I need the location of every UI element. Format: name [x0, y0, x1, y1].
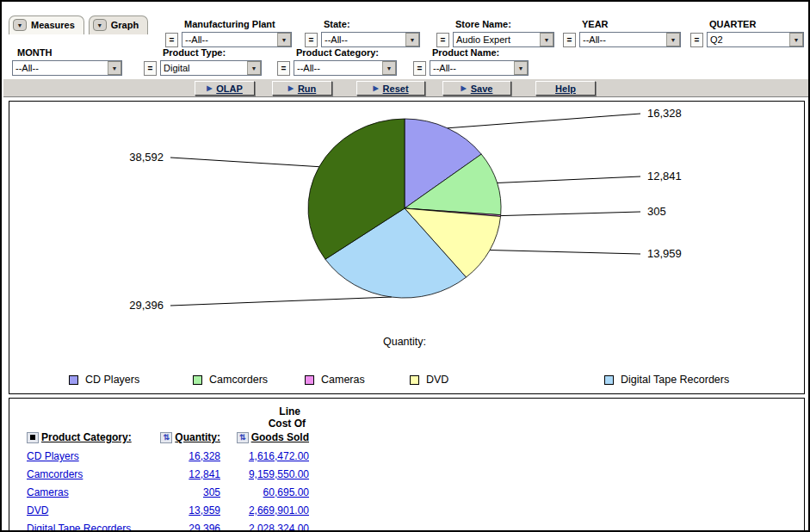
dropdown-arrow-button[interactable]: ▼: [382, 61, 396, 75]
sort-icon[interactable]: ⇅: [160, 432, 172, 443]
legend-item: Camcorders: [193, 374, 268, 386]
sort-icon[interactable]: ⇅: [237, 432, 249, 443]
pie-value-label: 29,396: [129, 299, 164, 312]
equals-operator-button[interactable]: =: [436, 33, 449, 47]
table-cell-link[interactable]: Digital Tape Recorders: [27, 523, 156, 532]
filter-label: Product Category:: [296, 47, 397, 58]
table-rows: CD Players16,3281,616,472.00Camcorders12…: [27, 450, 309, 532]
table-header-row: Product Category: ⇅ Quantity: ⇅ Goods So…: [27, 431, 309, 443]
legend-label: DVD: [426, 374, 448, 386]
filter-value-field[interactable]: Digital ▼: [160, 60, 262, 76]
dropdown-arrow-button[interactable]: ▼: [405, 33, 419, 46]
filter-label: Store Name:: [455, 19, 554, 29]
table-cell-link[interactable]: 13,959: [156, 504, 220, 523]
help-button[interactable]: Help: [535, 81, 596, 96]
table-cell-link[interactable]: 16,328: [156, 450, 220, 468]
filter-value-field[interactable]: --All-- ▼: [321, 32, 420, 47]
dropdown-arrow-button[interactable]: ▼: [789, 33, 803, 46]
column-select-icon[interactable]: [27, 432, 39, 443]
dropdown-arrow-button[interactable]: ▼: [514, 61, 528, 75]
equals-operator-button[interactable]: =: [305, 33, 318, 47]
equals-operator-button[interactable]: =: [165, 33, 178, 47]
equals-operator-button[interactable]: =: [563, 33, 576, 47]
chart-panel: 16,32812,84130513,95929,39638,592 Quanti…: [9, 101, 805, 394]
table-row: Cameras30560,695.00: [27, 486, 309, 504]
arrow-icon: ▶: [288, 84, 294, 92]
tab-label: Measures: [31, 20, 75, 30]
table-cell-link[interactable]: 29,396: [156, 523, 220, 532]
table-cell-link[interactable]: CD Players: [27, 450, 156, 468]
pie-value-label: 38,592: [129, 151, 164, 164]
filter-value-field[interactable]: Q2 ▼: [707, 32, 804, 47]
data-table-panel: Line Cost Of Product Category: ⇅ Quantit…: [9, 398, 805, 532]
dropdown-arrow-button[interactable]: ▼: [666, 33, 680, 46]
dropdown-arrow-button[interactable]: ▼: [540, 33, 553, 46]
table-cell-link[interactable]: Cameras: [27, 486, 156, 504]
filter-value-field[interactable]: --All-- ▼: [12, 60, 122, 76]
dropdown-arrow-button[interactable]: ▼: [108, 61, 121, 75]
column-header-product-category[interactable]: Product Category:: [41, 431, 132, 443]
pie-leader-line: [170, 158, 319, 167]
pie-leader-line: [448, 114, 640, 128]
filter-label: Manufacturing Plant: [184, 19, 292, 29]
pie-value-label: 16,328: [647, 107, 682, 120]
filter-label: Product Name:: [432, 47, 529, 58]
table-row: CD Players16,3281,616,472.00: [27, 450, 309, 468]
tab-measures[interactable]: ▼ Measures: [9, 15, 84, 34]
run-button[interactable]: ▶ Run: [272, 81, 332, 96]
tab-graph[interactable]: ▼ Graph: [89, 15, 148, 34]
table-cell-link[interactable]: 1,616,472.00: [220, 450, 309, 468]
filter-value-field[interactable]: Audio Expert ▼: [453, 32, 554, 47]
filter-product-name: Product Name: = --All-- ▼: [413, 47, 529, 76]
pie-leader-line: [170, 297, 392, 306]
pie-leader-line: [501, 212, 640, 216]
arrow-icon: ▶: [207, 84, 212, 92]
graph-dropdown-icon[interactable]: ▼: [93, 19, 107, 31]
legend-swatch-icon: [410, 375, 419, 385]
equals-operator-button[interactable]: =: [277, 61, 290, 76]
equals-operator-button[interactable]: =: [144, 61, 157, 76]
column-header-line2: Cost Of: [27, 418, 309, 430]
reset-button[interactable]: ▶ Reset: [356, 81, 425, 96]
filter-year: YEAR = --All-- ▼: [563, 19, 681, 47]
filter-label: MONTH: [17, 47, 122, 58]
filter-value-field[interactable]: --All-- ▼: [579, 32, 681, 47]
legend-swatch-icon: [305, 375, 314, 385]
measures-dropdown-icon[interactable]: ▼: [13, 19, 27, 31]
filter-value-field[interactable]: --All-- ▼: [294, 60, 397, 76]
table-cell-link[interactable]: 12,841: [156, 468, 220, 486]
save-button[interactable]: ▶ Save: [442, 81, 511, 96]
filter-quarter: QUARTER = Q2 ▼: [690, 19, 804, 47]
dropdown-arrow-button[interactable]: ▼: [277, 33, 291, 46]
tab-strip: ▼ Measures ▼ Graph: [9, 15, 148, 34]
dropdown-arrow-button[interactable]: ▼: [247, 61, 261, 75]
toolbar: ▶ OLAP ▶ Run ▶ Reset ▶ Save Help: [3, 78, 808, 97]
tab-label: Graph: [111, 20, 139, 30]
column-header-quantity[interactable]: Quantity:: [175, 431, 220, 443]
equals-operator-button[interactable]: =: [413, 61, 426, 76]
filter-product-type: Product Type: = Digital ▼: [144, 47, 262, 76]
column-header-goods-sold[interactable]: Goods Sold: [251, 431, 309, 443]
table-cell-link[interactable]: 9,159,550.00: [220, 468, 309, 486]
pie-value-label: 12,841: [647, 170, 682, 182]
filter-value-field[interactable]: --All-- ▼: [182, 32, 292, 47]
table-row: Camcorders12,8419,159,550.00: [27, 468, 309, 486]
equals-operator-button[interactable]: =: [690, 33, 703, 47]
table-cell-link[interactable]: Camcorders: [27, 468, 156, 486]
pie-leader-line: [490, 251, 640, 255]
table-cell-link[interactable]: 60,695.00: [220, 486, 309, 504]
table-cell-link[interactable]: 2,028,324.00: [220, 523, 309, 532]
legend-item: Digital Tape Recorders: [604, 374, 729, 386]
table-cell-link[interactable]: DVD: [27, 504, 156, 523]
filter-store-name: Store Name: = Audio Expert ▼: [436, 19, 554, 47]
legend-label: Camcorders: [209, 374, 268, 386]
filter-value-field[interactable]: --All-- ▼: [430, 60, 529, 76]
filter-month: MONTH --All-- ▼: [12, 47, 122, 76]
table-cell-link[interactable]: 2,669,901.00: [220, 504, 309, 523]
legend-item: DVD: [410, 374, 448, 386]
table-cell-link[interactable]: 305: [156, 486, 220, 504]
pie-leader-line: [497, 176, 640, 183]
app-window: ▼ Measures ▼ Graph Manufacturing Plant =…: [0, 0, 810, 532]
olap-button[interactable]: ▶ OLAP: [195, 81, 255, 96]
filter-label: State:: [324, 19, 420, 29]
